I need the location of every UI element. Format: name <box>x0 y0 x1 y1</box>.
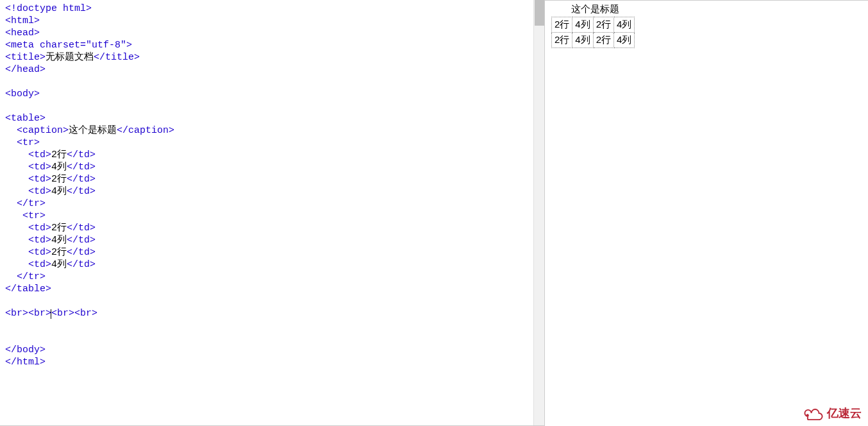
table-caption: 这个是标题 <box>551 3 638 15</box>
code-text: 2行 <box>51 223 67 234</box>
code-td-open: <td> <box>5 186 51 197</box>
code-text: 这个是标题 <box>69 125 117 136</box>
code-td-close: </td> <box>67 247 96 258</box>
svg-point-0 <box>806 414 809 416</box>
code-td-close: </td> <box>67 186 96 197</box>
table-cell: 2行 <box>593 33 613 48</box>
code-line: </tr> <box>5 271 46 282</box>
code-line: </head> <box>5 64 46 75</box>
code-td-close: </td> <box>67 235 96 246</box>
table-cell: 2行 <box>552 17 572 33</box>
code-td-close: </td> <box>67 149 96 160</box>
preview-panel: 这个是标题 2行 4列 2行 4列 2行 4列 2行 4列 <box>545 0 868 426</box>
code-text: 无标题文档 <box>46 52 94 63</box>
code-content[interactable]: <!doctype html> <html> <head> <meta char… <box>5 3 539 368</box>
table-cell: 4列 <box>572 17 593 33</box>
code-editor-panel[interactable]: <!doctype html> <html> <head> <meta char… <box>0 0 545 426</box>
table-cell: 4列 <box>614 17 635 33</box>
code-text: 4列 <box>51 186 67 197</box>
code-line: <table> <box>5 113 46 124</box>
code-text: 4列 <box>51 162 67 173</box>
vertical-scrollbar[interactable] <box>533 0 544 425</box>
code-line: <caption> <box>5 125 69 136</box>
code-text: 4列 <box>51 235 67 246</box>
code-text: 2行 <box>51 149 67 160</box>
code-td-open: <td> <box>5 247 51 258</box>
code-text: 2行 <box>51 247 67 258</box>
watermark-logo: 亿速云 <box>803 405 862 421</box>
code-line: <title> <box>5 52 46 63</box>
code-line: </body> <box>5 345 46 355</box>
code-td-close: </td> <box>67 174 96 185</box>
code-td-open: <td> <box>5 235 51 246</box>
code-attr-value: "utf-8" <box>86 40 126 51</box>
preview-table: 2行 4列 2行 4列 2行 4列 2行 4列 <box>551 17 635 48</box>
code-line: > <box>126 40 132 51</box>
code-line: <html> <box>5 15 40 26</box>
watermark-text: 亿速云 <box>827 405 862 421</box>
cloud-icon <box>803 406 824 420</box>
code-td-open: <td> <box>5 223 51 234</box>
code-line: <head> <box>5 28 40 38</box>
table-row: 2行 4列 2行 4列 <box>552 17 635 33</box>
code-line: <tr> <box>5 210 46 221</box>
table-cell: 2行 <box>593 17 613 33</box>
code-td-close: </td> <box>67 259 96 270</box>
code-line: </html> <box>5 357 46 368</box>
code-text: 2行 <box>51 174 67 185</box>
table-cell: 4列 <box>614 33 635 48</box>
code-line: </tr> <box>5 198 46 209</box>
code-line: <tr> <box>5 137 40 148</box>
table-cell: 4列 <box>572 33 593 48</box>
scrollbar-thumb[interactable] <box>535 0 544 26</box>
code-line: </table> <box>5 284 51 294</box>
code-line: <meta charset= <box>5 40 86 51</box>
code-line: </title> <box>94 52 140 63</box>
code-td-open: <td> <box>5 162 51 173</box>
code-line: <br><br> <box>5 308 51 319</box>
table-row: 2行 4列 2行 4列 <box>552 33 635 48</box>
code-line: </caption> <box>117 125 174 136</box>
code-td-open: <td> <box>5 259 51 270</box>
code-td-close: </td> <box>67 223 96 234</box>
code-td-close: </td> <box>67 162 96 173</box>
code-line: <br><br> <box>51 308 97 319</box>
code-td-open: <td> <box>5 149 51 160</box>
table-cell: 2行 <box>552 33 572 48</box>
code-text: 4列 <box>51 259 67 270</box>
code-line: <!doctype html> <box>5 3 92 14</box>
code-line: <body> <box>5 89 40 99</box>
code-td-open: <td> <box>5 174 51 185</box>
